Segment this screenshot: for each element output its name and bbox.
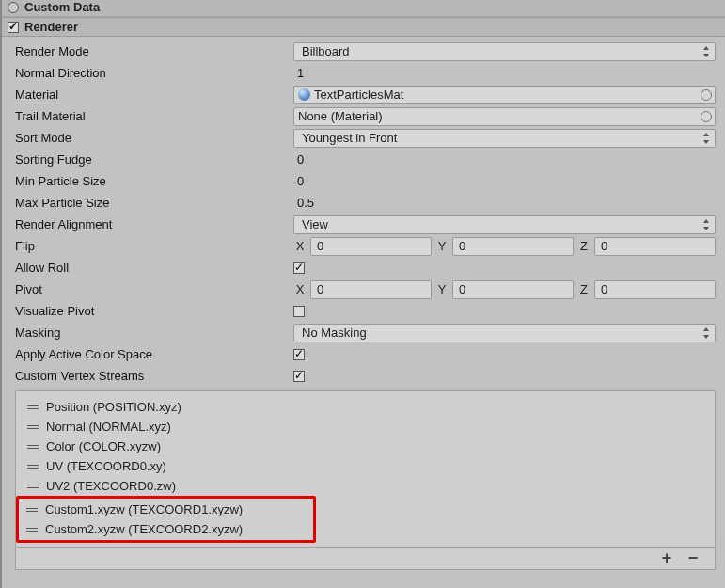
renderer-properties: Render Mode Billboard Normal Direction 1… [2,37,725,572]
label-apply-color-space: Apply Active Color Space [15,347,293,361]
checkbox-custom-vertex-streams[interactable] [293,371,305,382]
axis-label-z: Z [577,239,591,253]
object-field-trail-material[interactable]: None (Material) [293,107,716,126]
drag-handle-icon[interactable] [26,528,38,532]
label-custom-vertex-streams: Custom Vertex Streams [15,369,293,383]
drag-handle-icon[interactable] [26,508,38,512]
list-item[interactable]: Custom1.xyzw (TEXCOORD1.xyzw) [19,500,313,519]
label-sorting-fudge: Sorting Fudge [15,152,293,167]
list-footer: + − [15,548,716,570]
label-material: Material [15,87,293,102]
checkbox-visualize-pivot[interactable] [293,306,305,317]
checkbox-icon[interactable] [8,22,19,33]
module-title: Renderer [24,20,78,34]
remove-button[interactable]: − [685,548,701,568]
module-title: Custom Data [24,0,100,14]
label-min-particle-size: Min Particle Size [15,174,293,188]
dropdown-render-alignment[interactable]: View [293,215,716,234]
axis-label-y: Y [435,282,449,296]
inspector-panel: Custom Data Renderer Render Mode Billboa… [0,0,725,588]
field-flip-x[interactable]: 0 [310,237,432,256]
field-flip-y[interactable]: 0 [452,237,574,256]
label-render-mode: Render Mode [15,44,293,58]
field-pivot-x[interactable]: 0 [310,280,432,299]
label-flip: Flip [15,239,293,253]
label-trail-material: Trail Material [15,109,293,123]
dropdown-masking[interactable]: No Masking [293,324,716,342]
field-pivot-z[interactable]: 0 [594,280,716,299]
field-max-particle-size[interactable]: 0.5 [293,194,716,213]
label-sort-mode: Sort Mode [15,131,293,145]
label-normal-direction: Normal Direction [15,66,293,80]
label-render-alignment: Render Alignment [15,217,293,231]
label-pivot: Pivot [15,282,293,296]
list-item[interactable]: UV2 (TEXCOORD0.zw) [20,476,711,496]
label-allow-roll: Allow Roll [15,261,293,275]
object-picker-icon[interactable] [701,111,712,122]
axis-label-x: X [293,239,307,253]
radio-icon[interactable] [8,2,19,13]
label-visualize-pivot: Visualize Pivot [15,304,293,318]
checkbox-allow-roll[interactable] [293,262,305,274]
drag-handle-icon[interactable] [27,485,39,488]
annotation-highlight: Custom1.xyzw (TEXCOORD1.xyzw) Custom2.xy… [16,496,316,543]
axis-label-z: Z [577,282,591,296]
drag-handle-icon[interactable] [27,445,39,449]
field-min-particle-size[interactable]: 0 [293,172,716,191]
add-button[interactable]: + [658,548,675,568]
axis-label-x: X [293,282,307,296]
field-flip-z[interactable]: 0 [594,237,716,256]
list-item[interactable]: Position (POSITION.xyz) [20,397,711,417]
field-pivot-y[interactable]: 0 [452,280,574,299]
list-item[interactable]: Color (COLOR.xyzw) [20,437,711,456]
label-masking: Masking [15,326,293,340]
label-max-particle-size: Max Particle Size [15,196,293,210]
module-header-custom-data[interactable]: Custom Data [2,0,725,17]
module-header-renderer[interactable]: Renderer [2,17,725,37]
list-item[interactable]: UV (TEXCOORD0.xy) [20,456,711,476]
checkbox-apply-color-space[interactable] [293,349,305,360]
field-sorting-fudge[interactable]: 0 [293,151,716,169]
dropdown-render-mode[interactable]: Billboard [293,42,716,61]
list-item[interactable]: Normal (NORMAL.xyz) [20,417,711,437]
vertex-streams-list: Position (POSITION.xyz) Normal (NORMAL.x… [15,390,716,548]
drag-handle-icon[interactable] [27,425,39,429]
dropdown-sort-mode[interactable]: Youngest in Front [293,129,716,148]
object-picker-icon[interactable] [701,89,712,101]
object-field-material[interactable]: TextParticlesMat [293,86,716,104]
list-item[interactable]: Custom2.xyzw (TEXCOORD2.xyzw) [19,519,313,539]
drag-handle-icon[interactable] [27,405,39,409]
axis-label-y: Y [435,239,449,253]
drag-handle-icon[interactable] [27,465,39,469]
material-icon [298,88,310,101]
field-normal-direction[interactable]: 1 [293,64,716,83]
